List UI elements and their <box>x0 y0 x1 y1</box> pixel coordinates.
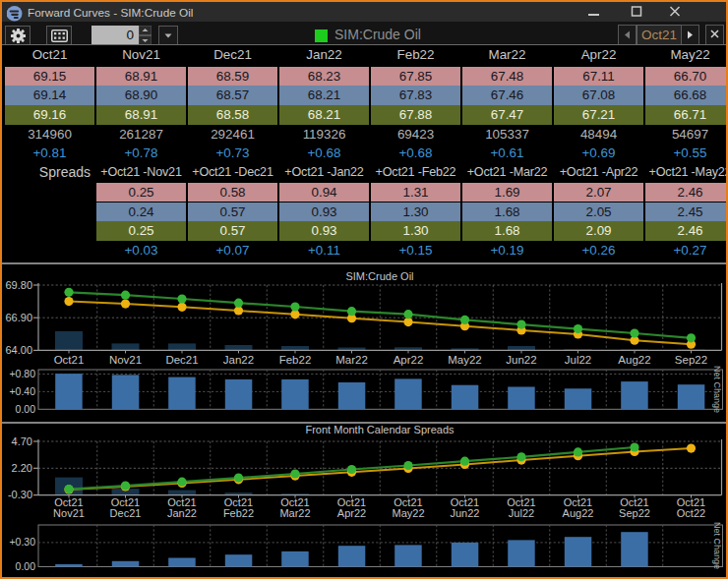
svg-text:Apr22: Apr22 <box>337 507 366 519</box>
svg-text:Apr22: Apr22 <box>394 354 424 366</box>
svg-text:Oct21: Oct21 <box>54 354 85 366</box>
svg-text:+0.80: +0.80 <box>9 368 35 379</box>
svg-text:May22: May22 <box>392 507 424 519</box>
svg-text:Sep22: Sep22 <box>675 354 707 366</box>
svg-text:Feb22: Feb22 <box>279 354 312 366</box>
svg-text:Jan22: Jan22 <box>223 354 254 366</box>
svg-text:Dec21: Dec21 <box>165 354 198 366</box>
svg-text:Net Change: Net Change <box>712 366 722 413</box>
svg-text:Feb22: Feb22 <box>223 507 254 519</box>
svg-text:Jul22: Jul22 <box>565 354 592 366</box>
svg-text:4.70: 4.70 <box>12 435 32 447</box>
svg-text:Jun22: Jun22 <box>451 507 480 519</box>
svg-text:69.80: 69.80 <box>5 279 32 291</box>
svg-text:SIM:Crude Oil: SIM:Crude Oil <box>345 270 413 282</box>
svg-text:Jan22: Jan22 <box>167 507 197 519</box>
svg-text:Oct22: Oct22 <box>677 507 705 519</box>
svg-text:Mar22: Mar22 <box>279 507 310 519</box>
svg-text:Jul22: Jul22 <box>509 507 534 519</box>
svg-text:-0.30: -0.30 <box>8 489 32 500</box>
svg-text:0.00: 0.00 <box>16 403 36 415</box>
svg-text:+0.40: +0.40 <box>9 385 35 397</box>
svg-text:Net Change: Net Change <box>712 522 722 569</box>
svg-text:2.20: 2.20 <box>12 462 32 474</box>
svg-text:Dec21: Dec21 <box>110 507 142 519</box>
svg-text:+0.30: +0.30 <box>9 536 35 548</box>
svg-text:Jun22: Jun22 <box>506 354 536 366</box>
svg-text:Aug22: Aug22 <box>618 354 650 366</box>
svg-text:Nov21: Nov21 <box>109 354 142 366</box>
svg-text:Sep22: Sep22 <box>619 507 650 519</box>
svg-text:66.90: 66.90 <box>5 312 32 323</box>
svg-text:Front Month Calendar Spreads: Front Month Calendar Spreads <box>305 424 455 435</box>
svg-text:0.00: 0.00 <box>16 560 36 572</box>
svg-text:Aug22: Aug22 <box>563 507 594 519</box>
svg-text:Mar22: Mar22 <box>335 354 368 366</box>
svg-text:May22: May22 <box>448 354 482 366</box>
svg-text:Nov21: Nov21 <box>53 507 85 519</box>
svg-text:64.00: 64.00 <box>5 344 32 356</box>
